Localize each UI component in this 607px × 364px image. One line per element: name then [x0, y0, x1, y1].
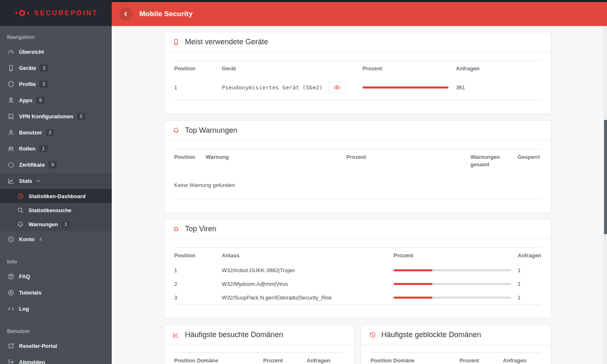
column-header: Warnung [206, 149, 346, 173]
bell-icon [17, 220, 24, 228]
sidebar-item-label: Zertifikate [19, 162, 45, 168]
users-icon [7, 145, 14, 153]
sidebar-item-apps[interactable]: Apps9 [0, 92, 112, 108]
sidebar-item-label: Abmelden [19, 359, 45, 364]
card-warnings-header: Top Warnungen [164, 121, 551, 141]
card-visited-domains-header: Häufigste besuchte Domänen [164, 325, 355, 345]
column-header: Anfragen [518, 248, 541, 264]
table-row: 1Pseudonymisiertes Gerät (5be2)361 [174, 77, 541, 101]
column-header: Domäne [197, 353, 263, 364]
devices-table: PositionGerätProzentAnfragen1Pseudonymis… [174, 60, 541, 101]
sidebar-item-übersicht[interactable]: Übersicht [0, 44, 112, 60]
column-header: Prozent [263, 353, 307, 364]
cell-value: 2 [174, 281, 177, 287]
sidebar-item-statistikensuche[interactable]: Statistikensuche [0, 203, 112, 217]
sidebar-section-label-navigation: Navigation [0, 26, 112, 44]
table-empty-row: Keine Warnung gefunden [174, 172, 541, 199]
cell-value: W32/Ircbot.GUKK-3982|Trojan [222, 267, 295, 273]
count-badge: 9 [36, 97, 45, 104]
sidebar-item-label: Warnungen [29, 221, 58, 228]
search-icon [17, 206, 24, 214]
chevron-left-icon [38, 237, 43, 242]
card-blocked-domains-title: Häufigste geblockte Domänen [381, 330, 481, 339]
column-header: Position [371, 353, 393, 364]
logo-dot-icon [15, 12, 17, 14]
sidebar-item-tutorials[interactable]: Tutorials [0, 285, 112, 301]
sidebar-item-label: Stats [19, 178, 32, 184]
sidebar-item-geräte[interactable]: Geräte3 [0, 60, 112, 76]
card-blocked-domains: Häufigste geblockte Domänen PositionDomä… [360, 325, 552, 364]
sidebar-item-benutzer[interactable]: Benutzer2 [0, 125, 112, 141]
table-header-row: PositionAnlassProzentAnfragen [174, 248, 541, 264]
card-visited-domains-body: PositionDomäneProzentAnfragen1spiegel.de… [164, 345, 355, 364]
percent-bar-track [393, 283, 511, 285]
blocked-icon [369, 331, 376, 338]
cell-value: W32/SuspPack.N.gen!Eldorado|Security_Ris… [222, 295, 332, 301]
page-title: Mobile Security [139, 10, 193, 18]
sidebar-item-faq[interactable]: FAQ [0, 268, 112, 285]
main-content: Meist verwendete Geräte PositionGerätPro… [112, 26, 604, 364]
sidebar-item-statistiken-dashboard[interactable]: Statistiken-Dashboard [0, 189, 112, 203]
rocket-icon [7, 97, 14, 104]
card-blocked-domains-header: Häufigste geblockte Domänen [361, 325, 551, 345]
card-devices-title: Meist verwendete Geräte [185, 38, 268, 46]
cell-value: W32/Mydoom.A@mm|Virus [222, 281, 288, 287]
count-badge: 0 [48, 161, 57, 168]
scrollbar-thumb[interactable] [604, 120, 607, 234]
gauge-icon [7, 48, 14, 56]
sidebar-item-vpn-konfigurationen[interactable]: VPN Konfigurationen2 [0, 108, 112, 125]
card-visited-domains: Häufigste besuchte Domänen PositionDomän… [164, 325, 355, 364]
card-devices-header: Meist verwendete Geräte [164, 32, 551, 52]
sidebar-item-konto[interactable]: Konto [0, 231, 112, 247]
back-button[interactable] [119, 7, 132, 21]
visited-domains-table: PositionDomäneProzentAnfragen1spiegel.de… [174, 352, 345, 364]
sidebar-item-warnungen[interactable]: Warnungen1 [0, 217, 112, 231]
vertical-scrollbar[interactable] [604, 26, 607, 364]
logout-icon [7, 359, 14, 364]
sidebar-item-reseller-portal[interactable]: Reseller-Portal [0, 338, 112, 354]
sidebar-section-label-info: Info [0, 251, 112, 268]
sidebar-item-label: Konto [19, 236, 35, 242]
bell-icon [173, 127, 180, 134]
column-header: Position [174, 353, 197, 364]
logo-dot-icon [27, 12, 29, 14]
brand-logo-area: SECUREPOINT [0, 0, 112, 26]
card-devices: Meist verwendete Geräte PositionGerätPro… [164, 32, 551, 114]
card-warnings-title: Top Warnungen [185, 126, 237, 135]
count-badge: 3 [39, 81, 48, 88]
sidebar-item-label: Geräte [19, 65, 36, 71]
chevron-left-icon [122, 11, 129, 17]
cell-value: 1 [174, 267, 177, 273]
percent-bar-fill [362, 86, 449, 89]
count-badge: 1 [62, 221, 70, 228]
eye-icon [333, 84, 341, 91]
sidebar-item-log[interactable]: Log [0, 301, 112, 317]
cell-value: 361 [456, 84, 465, 91]
card-viruses: Top Viren PositionAnlassProzentAnfragen1… [164, 219, 551, 318]
column-header: Anfragen [307, 353, 345, 364]
column-header: Prozent [362, 61, 456, 77]
sidebar-item-stats[interactable]: Stats [0, 173, 112, 189]
percent-bar-track [362, 86, 449, 89]
play-circle-icon [7, 289, 14, 297]
sidebar-item-abmelden[interactable]: Abmelden [0, 354, 112, 364]
percent-bar-track [393, 297, 511, 299]
column-header: Domäne [393, 353, 460, 364]
sidebar-item-profile[interactable]: Profile3 [0, 76, 112, 92]
sidebar-item-label: FAQ [19, 273, 30, 280]
table-header-row: PositionDomäneProzentAnfragen [371, 353, 541, 364]
count-badge: 2 [46, 129, 54, 136]
view-device-button[interactable] [328, 82, 346, 93]
column-header: Gerät [222, 61, 362, 77]
sidebar-item-zertifikate[interactable]: Zertifikate0 [0, 157, 112, 173]
blocked-domains-table: PositionDomäneProzentAnfragen1meetrics.n… [371, 352, 541, 364]
cell-value: 3 [174, 295, 177, 301]
count-badge: 3 [40, 65, 48, 72]
column-header: Position [174, 61, 222, 77]
card-visited-domains-title: Häufigste besuchte Domänen [185, 330, 283, 339]
sidebar-item-rollen[interactable]: Rollen1 [0, 141, 112, 157]
sidebar-item-label: Statistiken-Dashboard [29, 193, 86, 199]
cell-value: 1 [518, 281, 521, 287]
percent-bar-fill [393, 297, 432, 299]
cell-value: 1 [518, 267, 521, 273]
